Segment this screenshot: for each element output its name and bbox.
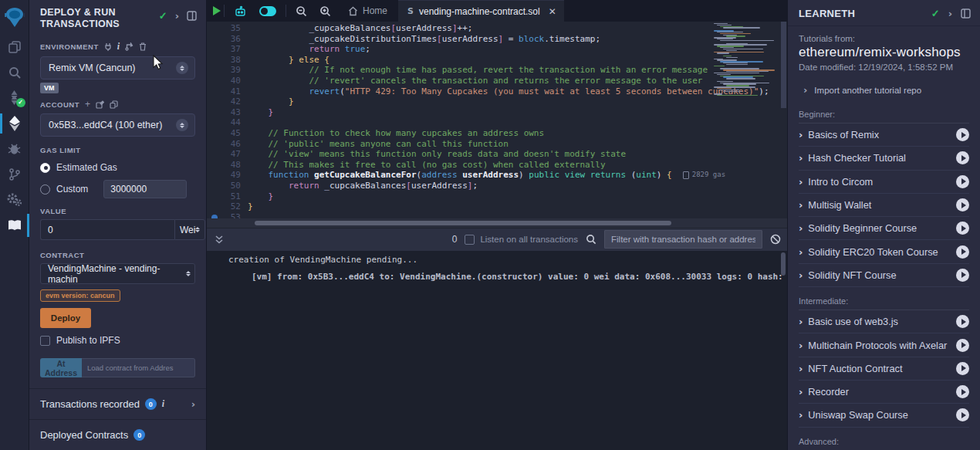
contract-select[interactable]: VendingMachine - vending-machin (40, 263, 195, 284)
transactions-recorded-row[interactable]: Transactions recorded 0 i › (29, 389, 206, 419)
search-icon[interactable] (0, 59, 29, 85)
code-line: 39 // If not enough time has passed, rev… (207, 65, 787, 76)
tutorial-item[interactable]: ›NFT Auction Contract (799, 357, 969, 381)
tutorial-item-label: Recorder (808, 386, 951, 398)
zoom-out-icon[interactable] (289, 5, 313, 17)
custom-gas-radio[interactable] (40, 184, 50, 195)
code-lines: 35 _cupcakeBalances[userAddress]++;36 _c… (207, 22, 787, 218)
play-tutorial-button[interactable] (956, 175, 969, 188)
play-tutorial-button[interactable] (956, 269, 969, 282)
account-label: ACCOUNT (40, 100, 79, 109)
tutorial-item[interactable]: ›Solidity NFT Course (799, 264, 969, 287)
code-line: 42 } (207, 96, 787, 107)
file-explorer-icon[interactable] (0, 34, 29, 59)
play-tutorial-button[interactable] (956, 128, 969, 141)
publish-ipfs-checkbox[interactable] (40, 336, 50, 346)
close-tab-icon[interactable]: ✕ (549, 6, 556, 17)
code-line: 44 (207, 117, 787, 128)
terminal-filter-input[interactable] (604, 230, 762, 249)
learneth-chevron-icon[interactable]: › (948, 8, 952, 19)
edit-account-icon[interactable] (96, 100, 104, 109)
estimated-gas-radio[interactable] (40, 163, 50, 173)
ai-assistant-icon[interactable] (228, 5, 253, 17)
tutorial-item[interactable]: ›Solidity ERC20 Token Course (799, 240, 969, 263)
at-address-button[interactable]: At Address (40, 358, 82, 377)
line-number: 35 (207, 23, 241, 34)
learneth-icon[interactable] (0, 212, 29, 238)
tab-active-file[interactable]: S vending-machine-contract.sol ✕ (398, 0, 564, 22)
listen-all-row[interactable]: Listen on all transactions (465, 235, 578, 245)
import-tutorial-repo-row[interactable]: › Import another tutorial repo (803, 84, 969, 96)
tutorial-item[interactable]: ›Uniswap Swap Course (799, 404, 969, 427)
play-tutorial-button[interactable] (956, 339, 969, 352)
tutorial-item[interactable]: ›Solidity Beginner Course (799, 217, 969, 240)
at-address-input[interactable] (82, 358, 195, 377)
deploy-run-icon[interactable] (0, 110, 29, 136)
transactions-expand-icon[interactable]: › (191, 398, 195, 410)
code-line: 36 _cupcakeDistributionTimes[userAddress… (207, 34, 787, 45)
panel-chevron-icon[interactable]: › (175, 10, 179, 22)
environment-select[interactable]: Remix VM (Cancun) (40, 56, 195, 80)
evm-version-badge: evm version: cancun (40, 289, 120, 302)
listen-all-checkbox[interactable] (465, 235, 475, 245)
editor-vertical-scrollbar[interactable] (781, 22, 786, 108)
pin-panel-icon[interactable] (187, 11, 197, 21)
custom-gas-input[interactable] (103, 180, 187, 198)
line-number: 52 (207, 201, 241, 212)
chevron-right-icon: › (799, 386, 803, 398)
add-account-icon[interactable]: + (85, 99, 90, 110)
play-tutorial-button[interactable] (956, 362, 969, 375)
tutorial-item[interactable]: ›Multichain Protocols with Axelar (799, 333, 969, 357)
learneth-pin-panel-icon[interactable] (961, 8, 971, 19)
learneth-panel: LEARNETH ✓ › Tutorials from: ethereum/re… (787, 0, 980, 450)
zoom-in-icon[interactable] (313, 5, 337, 17)
tutorial-item-label: Multichain Protocols with Axelar (808, 340, 951, 351)
environment-label: ENVIRONMENT (40, 42, 99, 51)
solidity-compiler-icon[interactable]: ✓ (0, 85, 29, 110)
tutorial-section-header: Advanced: (799, 428, 969, 450)
account-select[interactable]: 0x5B3...eddC4 (100 ether) (40, 113, 195, 137)
play-tutorial-button[interactable] (956, 222, 969, 235)
minimap[interactable] (711, 23, 779, 94)
collapse-terminal-icon[interactable] (215, 235, 224, 245)
horizontal-scrollbar-thumb[interactable] (255, 221, 671, 225)
debugger-icon[interactable] (0, 136, 29, 161)
tutorial-item[interactable]: ›Multisig Wallet (799, 194, 969, 217)
tutorial-item[interactable]: ›Hash Checker Tutorial (799, 147, 969, 170)
play-tutorial-button[interactable] (956, 245, 969, 259)
line-number: 42 (207, 96, 241, 107)
code-editor[interactable]: 35 _cupcakeBalances[userAddress]++;36 _c… (207, 22, 787, 218)
play-tutorial-button[interactable] (956, 385, 969, 398)
play-tutorial-button[interactable] (956, 408, 969, 421)
delete-state-icon[interactable] (139, 42, 147, 51)
terminal-vertical-scrollbar[interactable] (781, 252, 786, 276)
run-script-button[interactable] (213, 6, 221, 15)
copilot-toggle[interactable] (253, 6, 282, 16)
value-unit-select[interactable]: Wei (174, 219, 205, 240)
tab-home[interactable]: Home (337, 0, 398, 22)
deploy-button[interactable]: Deploy (40, 308, 91, 328)
play-tutorial-button[interactable] (956, 151, 969, 164)
tutorial-item[interactable]: ›Recorder (799, 381, 969, 404)
copy-account-icon[interactable] (110, 100, 118, 109)
horizontal-scrollbar-track (207, 218, 787, 228)
fork-state-icon[interactable] (125, 42, 133, 51)
plug-icon[interactable] (104, 42, 112, 51)
chevron-right-icon: › (803, 84, 807, 96)
tutorial-item[interactable]: ›Intro to Circom (799, 171, 969, 194)
terminal-output[interactable]: creation of VendingMachine pending... [v… (207, 251, 787, 450)
tutorial-item[interactable]: ›Basics of Remix (799, 123, 969, 147)
account-value: 0x5B3...eddC4 (100 ether) (49, 120, 176, 130)
value-input[interactable] (40, 219, 174, 240)
play-tutorial-button[interactable] (956, 315, 969, 328)
clear-terminal-icon[interactable] (770, 234, 781, 245)
environment-info-icon[interactable]: i (117, 41, 120, 52)
tutorial-item[interactable]: ›Basic use of web3.js (799, 310, 969, 333)
code-line: 43 } (207, 107, 787, 118)
source-control-icon[interactable] (0, 161, 29, 187)
play-tutorial-button[interactable] (956, 198, 969, 211)
contract-label: CONTRACT (40, 251, 84, 259)
code-line: 46 // 'public' means anyone can call thi… (207, 139, 787, 150)
settings-icon[interactable] (0, 187, 29, 212)
transactions-info-icon[interactable]: i (162, 398, 164, 410)
